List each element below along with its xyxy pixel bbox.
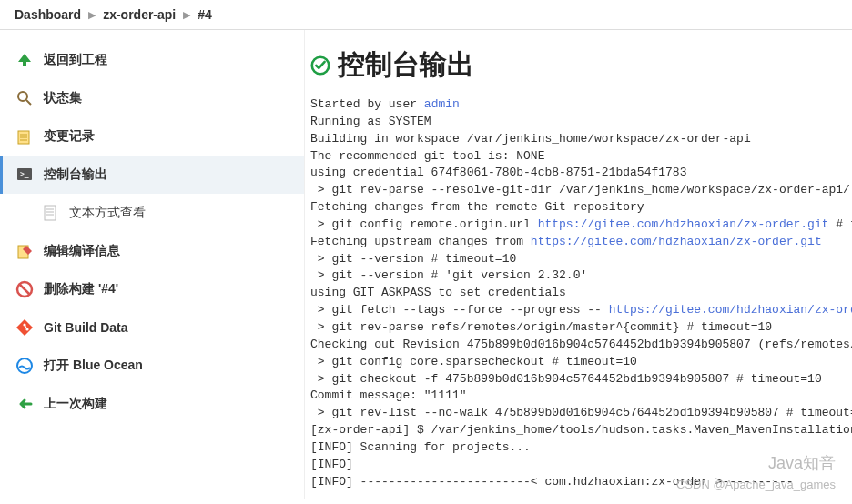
sidebar-item-label: 打开 Blue Ocean	[44, 358, 143, 374]
breadcrumb-item[interactable]: #4	[198, 7, 212, 22]
svg-point-18	[17, 358, 32, 373]
svg-rect-8	[45, 206, 56, 220]
sidebar-item-delete-build[interactable]: 删除构建 '#4'	[0, 270, 304, 308]
svg-line-1	[26, 100, 31, 105]
breadcrumb-item[interactable]: Dashboard	[15, 7, 81, 22]
sidebar-item-console[interactable]: >_控制台输出	[0, 156, 304, 194]
sidebar-item-console-text[interactable]: 文本方式查看	[0, 194, 304, 232]
sidebar-item-changes[interactable]: 变更记录	[0, 117, 304, 156]
sidebar-item-label: 状态集	[44, 90, 82, 106]
sidebar-item-label: 上一次构建	[44, 396, 107, 412]
sidebar-item-back[interactable]: 返回到工程	[0, 41, 304, 79]
arrow-up-icon	[15, 50, 35, 70]
console-link[interactable]: https://gitee.com/hdzhaoxian/zx-order.gi…	[531, 235, 822, 248]
sidebar-item-status[interactable]: 状态集	[0, 79, 304, 117]
console-link[interactable]: https://gitee.com/hdzhaoxian/zx-orde	[609, 303, 852, 317]
blue-ocean-icon	[15, 356, 35, 376]
console-output: Started by user admin Running as SYSTEM …	[310, 96, 852, 490]
console-link[interactable]: https://gitee.com/hdzhaoxian/zx-order.gi…	[538, 217, 829, 231]
magnify-icon	[15, 88, 35, 108]
breadcrumb-sep: ▶	[183, 9, 190, 21]
sidebar-item-git-data[interactable]: Git Build Data	[0, 308, 304, 347]
page-title-row: 控制台输出	[310, 46, 852, 84]
success-check-icon	[310, 55, 330, 76]
sidebar-item-edit-build[interactable]: 编辑编译信息	[0, 232, 304, 270]
sidebar-item-blue-ocean[interactable]: 打开 Blue Ocean	[0, 347, 304, 385]
doc-icon	[40, 203, 60, 223]
console-link[interactable]: admin	[424, 97, 460, 111]
svg-point-0	[18, 92, 27, 101]
pencil-doc-icon	[15, 241, 35, 261]
breadcrumb-sep: ▶	[88, 9, 96, 21]
sidebar-item-label: 删除构建 '#4'	[44, 281, 118, 297]
sidebar: 返回到工程状态集变更记录>_控制台输出文本方式查看编辑编译信息删除构建 '#4'…	[0, 30, 305, 499]
sidebar-item-prev-build[interactable]: 上一次构建	[0, 385, 304, 423]
terminal-icon: >_	[15, 165, 35, 185]
git-icon	[15, 318, 35, 338]
sidebar-item-label: 控制台输出	[44, 166, 107, 183]
notepad-icon	[15, 126, 35, 146]
layout: 返回到工程状态集变更记录>_控制台输出文本方式查看编辑编译信息删除构建 '#4'…	[0, 30, 852, 499]
page-title: 控制台输出	[338, 46, 474, 84]
svg-text:>_: >_	[20, 170, 29, 178]
sidebar-item-label: 文本方式查看	[69, 205, 146, 221]
sidebar-item-label: 返回到工程	[44, 52, 107, 68]
no-entry-icon	[15, 279, 35, 299]
sidebar-item-label: 编辑编译信息	[44, 243, 120, 259]
svg-line-14	[20, 285, 30, 295]
breadcrumb-item[interactable]: zx-order-api	[103, 7, 176, 22]
main-content: 控制台输出 Started by user admin Running as S…	[305, 30, 852, 499]
arrow-left-icon	[15, 394, 35, 414]
sidebar-item-label: Git Build Data	[44, 320, 128, 335]
breadcrumb: Dashboard▶zx-order-api▶#4	[0, 0, 852, 30]
sidebar-item-label: 变更记录	[44, 128, 95, 145]
